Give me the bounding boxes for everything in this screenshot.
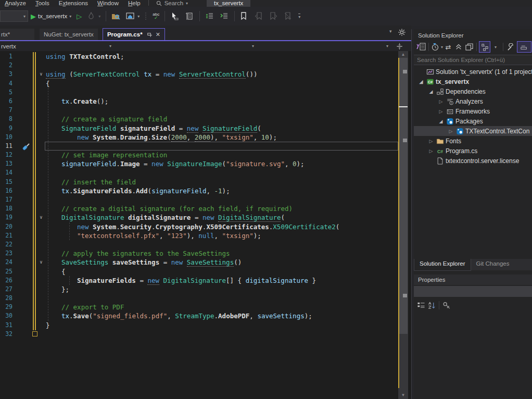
glyph-margin[interactable] — [16, 285, 32, 294]
panel-splitter[interactable] — [411, 29, 412, 399]
glyph-margin[interactable] — [16, 222, 32, 231]
tree-item-solution-tx-servertx-1-of-1-project[interactable]: Solution 'tx_servertx' (1 of 1 project) — [414, 67, 532, 77]
pin-icon[interactable] — [146, 32, 152, 38]
quick-actions-screwdriver-icon[interactable] — [22, 143, 30, 151]
code-line-3[interactable]: 3∨using (ServerTextControl tx = new Serv… — [0, 70, 411, 79]
code-line-11[interactable]: 11 — [0, 142, 411, 151]
code-line-1[interactable]: 1using TXTextControl; — [0, 52, 411, 61]
editor-vertical-scrollbar[interactable]: ▲ ▼ — [398, 51, 408, 399]
code-line-6[interactable]: 6tx.Create(); — [0, 97, 411, 106]
code-line-27[interactable]: 27}; — [0, 285, 411, 294]
line-text[interactable]: SignatureFields = new DigitalSignature[]… — [45, 276, 398, 285]
tree-item-analyzers[interactable]: ▷Analyzers — [414, 96, 532, 106]
start-debugging-button[interactable]: ▶ tx_servertx ▾ — [28, 9, 74, 23]
line-text[interactable] — [45, 61, 398, 70]
preview-chevron[interactable]: ▾ — [490, 42, 501, 52]
panel-tab-git-changes[interactable]: Git Changes — [471, 259, 515, 270]
code-line-21[interactable]: 21"textcontrolself.pfx", "123"), null, "… — [0, 231, 411, 240]
properties-copy-button[interactable] — [464, 42, 474, 52]
menu-help[interactable]: Help — [123, 0, 145, 7]
code-line-18[interactable]: 18// create a digital signature (for eac… — [0, 204, 411, 213]
glyph-margin[interactable] — [16, 294, 32, 303]
line-text[interactable]: { — [45, 79, 398, 88]
glyph-margin[interactable] — [16, 97, 32, 106]
glyph-margin[interactable] — [16, 258, 32, 267]
glyph-margin[interactable] — [16, 142, 32, 151]
nav-project-dropdown[interactable]: rvertx ▾ — [0, 41, 115, 51]
line-text[interactable]: // set image representation — [45, 151, 398, 159]
glyph-margin[interactable] — [16, 52, 32, 61]
glyph-margin[interactable] — [16, 213, 32, 222]
properties-wrench-button[interactable] — [505, 42, 516, 52]
code-line-30[interactable]: 30tx.Save("signed_fields.pdf", StreamTyp… — [0, 311, 411, 320]
fold-margin[interactable]: ∨ — [37, 70, 45, 79]
glyph-margin[interactable] — [16, 178, 32, 186]
code-line-29[interactable]: 29// export to PDF — [0, 303, 411, 311]
line-text[interactable]: // insert the field — [45, 178, 398, 186]
collapsed-arrow-icon[interactable]: ▷ — [427, 139, 435, 144]
code-line-26[interactable]: 26SignatureFields = new DigitalSignature… — [0, 276, 411, 285]
menu-extensions[interactable]: Extensions — [54, 0, 93, 7]
code-line-15[interactable]: 15// insert the field — [0, 178, 411, 186]
glyph-margin[interactable] — [16, 240, 32, 249]
code-editor[interactable]: 1using TXTextControl;23∨using (ServerTex… — [0, 51, 411, 399]
clear-bookmarks-button[interactable] — [281, 9, 296, 23]
nav-member-dropdown[interactable]: ▾ — [257, 41, 391, 51]
glyph-margin[interactable] — [16, 195, 32, 204]
line-text[interactable]: // apply the signatures to the SaveSetti… — [45, 249, 398, 258]
menu-tools[interactable]: Tools — [31, 0, 54, 7]
document-tab-program-cs[interactable]: Program.cs*✕ — [103, 28, 165, 40]
glyph-margin[interactable] — [16, 159, 32, 168]
collapsed-arrow-icon[interactable]: ▷ — [437, 99, 445, 104]
code-line-10[interactable]: 10new System.Drawing.Size(2000, 2000), "… — [0, 133, 411, 142]
select-pointer-button[interactable] — [168, 9, 182, 23]
line-text[interactable] — [45, 330, 398, 339]
code-line-17[interactable]: 17 — [0, 195, 411, 204]
glyph-margin[interactable] — [16, 168, 32, 177]
code-line-32[interactable]: 32 — [0, 330, 411, 339]
glyph-margin[interactable] — [16, 88, 32, 97]
categorized-icon[interactable] — [416, 300, 426, 310]
preview-selected-items-button[interactable] — [479, 41, 490, 53]
code-line-16[interactable]: 16tx.SignatureFields.Add(signatureField,… — [0, 186, 411, 195]
code-line-25[interactable]: 25{ — [0, 267, 411, 276]
glyph-margin[interactable] — [16, 311, 32, 320]
code-line-19[interactable]: 19∨DigitalSignature digitalSignature = n… — [0, 213, 411, 222]
line-text[interactable]: tx.SignatureFields.Add(signatureField, -… — [45, 186, 398, 195]
format-document-button[interactable] — [217, 9, 232, 23]
tree-item-program-cs[interactable]: ▷C#Program.cs — [414, 146, 532, 156]
toolbar-overflow-button[interactable]: ▾ — [296, 9, 303, 23]
code-line-13[interactable]: 13signatureField.Image = new SignatureIm… — [0, 159, 411, 168]
scrollbar-thumb[interactable] — [399, 58, 408, 334]
glyph-margin[interactable] — [16, 249, 32, 258]
code-line-12[interactable]: 12// set image representation — [0, 151, 411, 159]
line-text[interactable]: // export to PDF — [45, 303, 398, 311]
start-without-debugging-button[interactable]: ▷ — [74, 9, 84, 23]
toggle-bookmark-button[interactable] — [237, 9, 252, 23]
line-text[interactable] — [45, 240, 398, 249]
fold-margin[interactable]: ∨ — [37, 213, 45, 222]
split-window-icon[interactable] — [396, 43, 403, 50]
pending-changes-filter-button[interactable]: ▾ — [431, 42, 443, 52]
line-text[interactable] — [45, 294, 398, 303]
active-files-chevron-icon[interactable]: ▾ — [389, 29, 392, 36]
line-text[interactable]: using (ServerTextControl tx = new Server… — [45, 70, 398, 79]
spell-check-button[interactable]: abc ✓ — [150, 9, 162, 23]
line-text[interactable]: } — [45, 321, 398, 330]
expanded-arrow-icon[interactable]: ◢ — [417, 79, 425, 84]
code-line-7[interactable]: 7 — [0, 106, 411, 115]
next-bookmark-button[interactable] — [267, 9, 281, 23]
tree-item-fonts[interactable]: ▷Fonts — [414, 136, 532, 146]
previous-bookmark-button[interactable] — [252, 9, 267, 23]
glyph-margin[interactable] — [16, 124, 32, 133]
line-text[interactable]: DigitalSignature digitalSignature = new … — [45, 213, 398, 222]
line-text[interactable] — [45, 88, 398, 97]
decrease-indent-button[interactable] — [202, 9, 217, 23]
glyph-margin[interactable] — [16, 186, 32, 195]
line-text[interactable]: SaveSettings saveSettings = new SaveSett… — [45, 258, 398, 267]
line-text[interactable] — [45, 168, 398, 177]
glyph-margin[interactable] — [16, 204, 32, 213]
collapse-all-button[interactable] — [453, 42, 464, 52]
tree-item-packages[interactable]: ◢Packages — [414, 116, 532, 126]
expanded-arrow-icon[interactable]: ◢ — [427, 89, 435, 94]
